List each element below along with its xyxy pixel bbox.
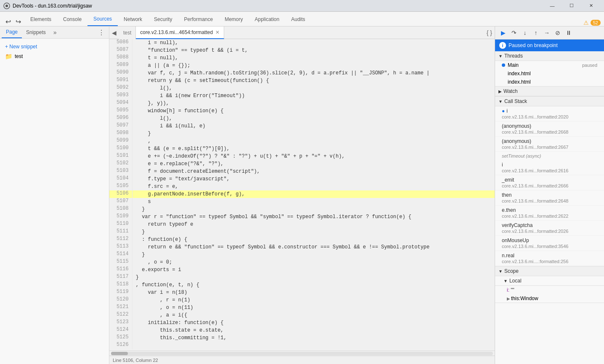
callstack-item-0[interactable]: icore.v2.13.6.mi...formatted:2020 [495,106,604,121]
callstack-item-8[interactable]: verifyCaptchacore.v2.13.6.mi...formatted… [495,221,604,236]
callstack-header[interactable]: ▼ Call Stack [495,97,604,106]
code-line-5088: 5088 t = null), [109,54,495,62]
pause-exceptions-button[interactable]: ⏸ [564,28,573,37]
watch-header[interactable]: ▶ Watch [495,87,604,96]
threads-header[interactable]: ▼ Threads [495,51,604,61]
horizontal-scrollbar[interactable] [109,351,495,356]
sidebar-tab-more[interactable]: » [52,27,58,37]
line-number: 5110 [109,221,132,228]
sidebar-item-test[interactable]: 📁 test [0,51,109,61]
nav-back-button[interactable]: ↩ [3,17,13,26]
code-line-5096: 5096 l(), [109,115,495,122]
tab-console[interactable]: Console [57,11,87,26]
thread-item-index1[interactable]: index.html [495,69,604,78]
line-number: 5107 [109,198,132,206]
tab-network[interactable]: Network [118,11,148,26]
callstack-loc-10: core.v2.13.6.mi....:formatted:256 [502,259,597,264]
callstack-item-7[interactable]: e.thencore.v2.13.6.mi...formatted:2622 [495,206,604,221]
tab-security[interactable]: Security [148,11,178,26]
line-number: 5091 [109,77,132,84]
scope-local-arrow: ▼ [503,279,508,283]
callstack-item-5[interactable]: _emitcore.v2.13.6.mi...formatted:2666 [495,175,604,190]
tab-application[interactable]: Application [249,11,286,26]
line-content: , o = n(11) [132,304,495,311]
sidebar-tabs: Page Snippets » ⋮ [0,26,109,39]
scope-label: Scope [504,268,519,274]
code-line-5122: 5122 , a = i({ [109,311,495,319]
callstack-func-8: verifyCaptcha [502,222,597,228]
nav-forward-button[interactable]: ↪ [13,17,23,26]
sidebar-tab-page[interactable]: Page [2,26,22,38]
callstack-item-2[interactable]: (anonymous)core.v2.13.6.mi...formatted:2… [495,137,604,152]
status-text: Line 5106, Column 22 [113,358,158,363]
line-number: 5115 [109,258,132,266]
sidebar-item-label: test [15,53,23,59]
line-number: 5103 [109,168,132,175]
callstack-loc-9: core.v2.13.6.mi...formatted:3546 [502,244,597,249]
watch-section: ▶ Watch [495,87,604,97]
tab-audits[interactable]: Audits [285,11,311,26]
code-line-5090: 5090 var f, c, j = Math.random().toStrin… [109,69,495,77]
tab-memory[interactable]: Memory [219,11,249,26]
scope-section: ▼ Scope ▼ Local i: "" ▶ this: Window [495,266,604,303]
center-panel: ◀ test core.v2.13.6.mi...4654:formatted … [109,26,495,364]
step-button[interactable]: → [542,28,551,37]
scrollbar-thumb[interactable] [111,352,128,355]
step-out-button[interactable]: ↑ [531,28,540,37]
tab-sources[interactable]: Sources [87,11,118,26]
line-content: f.src = e, [132,183,495,190]
close-button[interactable]: ✕ [581,0,601,12]
callstack-item-4[interactable]: icore.v2.13.6.mi...formatted:2616 [495,160,604,175]
line-number: 5096 [109,115,132,122]
step-into-button[interactable]: ↓ [520,28,530,37]
line-content: } [132,251,495,258]
maximize-button[interactable]: ☐ [562,0,581,12]
file-format-button[interactable]: { } [484,26,495,39]
sidebar-menu-button[interactable]: ⋮ [95,27,107,38]
tab-performance[interactable]: Performance [178,11,219,26]
line-content: } [132,274,495,281]
file-tab-core[interactable]: core.v2.13.6.mi...4654:formatted ✕ [136,26,224,39]
callstack-item-10[interactable]: n.realcore.v2.13.6.mi....:formatted:256 [495,251,604,266]
line-content: , [132,137,495,145]
scope-item-this[interactable]: ▶ this: Window [495,294,604,303]
code-line-5099: 5099 , [109,137,495,145]
line-content: } [132,228,495,236]
line-content: } [132,130,495,137]
callstack-item-6[interactable]: thencore.v2.13.6.mi...formatted:2648 [495,190,604,206]
tab-elements[interactable]: Elements [24,11,57,26]
devtools-icon [3,3,10,9]
watch-label: Watch [503,88,518,94]
file-tab-close[interactable]: ✕ [215,29,220,35]
warning-count[interactable]: 52 [591,20,601,26]
code-line-5100: 5100 t && (e = e.split("?")[0]), [109,145,495,153]
line-content: , r = n(1) [132,296,495,304]
code-line-5119: 5119 var i = n(18) [109,289,495,296]
line-content: }, y)), [132,100,495,107]
thread-item-index2[interactable]: index.html [495,78,604,86]
callstack-loc-7: core.v2.13.6.mi...formatted:2622 [502,214,597,219]
resume-button[interactable]: ▶ [498,28,508,37]
breakpoint-text: Paused on breakpoint [509,42,558,48]
minimize-button[interactable]: — [543,0,562,12]
line-number: 5102 [109,160,132,168]
new-snippet-button[interactable]: + New snippet [0,42,109,51]
scope-local-header[interactable]: ▼ Local [495,276,604,286]
code-line-5109: 5109 var r = "function" == typeof Symbol… [109,213,495,221]
file-tab-nav-back[interactable]: ◀ [109,26,119,39]
deactivate-button[interactable]: ⊘ [553,28,562,37]
callstack-item-1[interactable]: (anonymous)core.v2.13.6.mi...formatted:2… [495,121,604,137]
main-layout: Page Snippets » ⋮ + New snippet 📁 test ◀… [0,26,604,364]
sidebar-tab-snippets[interactable]: Snippets [22,27,50,38]
callstack-func-2: (anonymous) [502,138,597,144]
code-line-5116: 5116 e.exports = i [109,266,495,274]
thread-item-main[interactable]: Main paused [495,61,604,69]
line-content: : function(e) { [132,236,495,243]
code-area[interactable]: 5086 i = null),5087 "function" == typeof… [109,39,495,351]
scope-header[interactable]: ▼ Scope [495,266,604,276]
step-over-button[interactable]: ↷ [509,28,519,37]
callstack-func-9: onMouseUp [502,237,597,243]
callstack-item-9[interactable]: onMouseUpcore.v2.13.6.mi...formatted:354… [495,236,604,251]
file-tab-test[interactable]: test [119,26,136,39]
callstack-loc-5: core.v2.13.6.mi...formatted:2666 [502,183,597,188]
